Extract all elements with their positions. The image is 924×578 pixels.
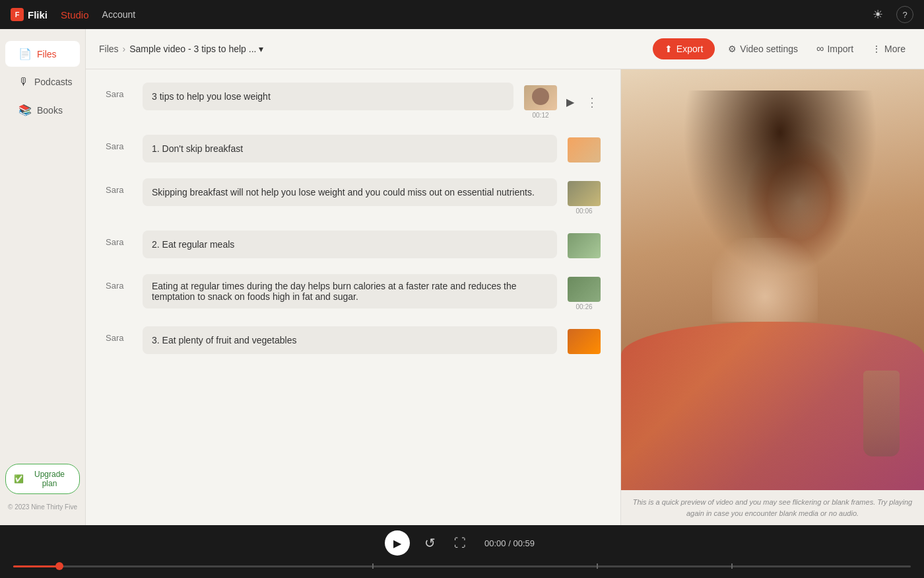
scene-time: 00:26	[568, 303, 601, 310]
toolbar-actions: ⬆ Export ⚙ Video settings ∞ Import ⋮ Mor…	[653, 38, 911, 59]
breadcrumb-separator: ›	[123, 44, 126, 54]
sidebar-item-files[interactable]: 📄 Files	[5, 41, 80, 67]
preview-caption: This is a quick preview of video and you…	[621, 490, 924, 525]
breadcrumb-bar: Files › Sample video - 3 tips to help ..…	[86, 29, 924, 69]
sidebar-item-label: Files	[37, 49, 57, 59]
scene-time: 00:06	[568, 207, 601, 215]
play-icon: ▶	[393, 537, 401, 550]
replay-icon: ↺	[424, 535, 436, 551]
content-area: Files › Sample video - 3 tips to help ..…	[86, 29, 924, 525]
play-pause-button[interactable]: ▶	[385, 530, 410, 556]
player-bar: ▶ ↺ ⛶ 00:00 / 00:59	[0, 525, 924, 578]
more-dots-icon: ⋮	[872, 44, 881, 54]
export-icon: ⬆	[665, 44, 673, 54]
fullscreen-button[interactable]: ⛶	[449, 532, 471, 554]
files-icon: 📄	[18, 48, 32, 60]
scene-thumbnail[interactable]	[568, 137, 601, 163]
sidebar-item-label: Podcasts	[34, 77, 73, 87]
nav-studio[interactable]: Studio	[61, 9, 89, 20]
table-row: Sara 2. Eat regular meals	[106, 231, 601, 258]
speaker-name: Sara	[106, 178, 132, 195]
speaker-name: Sara	[106, 135, 132, 151]
import-button[interactable]: ∞ Import	[811, 39, 859, 59]
video-settings-button[interactable]: ⚙ Video settings	[723, 40, 803, 58]
sidebar-item-books[interactable]: 📚 Books	[5, 97, 80, 123]
split-pane: Sara 3 tips to help you lose weight 00:1…	[86, 69, 924, 525]
script-text[interactable]: Skipping breakfast will not help you los…	[143, 178, 557, 206]
fullscreen-icon: ⛶	[454, 536, 466, 550]
dropdown-icon: ▾	[259, 44, 263, 54]
script-text[interactable]: 3. Eat plenty of fruit and vegetables	[143, 326, 557, 354]
scene-thumbnail[interactable]	[568, 181, 601, 206]
timeline[interactable]	[0, 560, 924, 573]
more-button[interactable]: ⋮ More	[867, 40, 911, 58]
play-scene-button[interactable]: ▶	[561, 93, 579, 112]
app-logo[interactable]: F Fliki	[11, 8, 48, 21]
breadcrumb-root[interactable]: Files	[99, 44, 119, 54]
script-panel: Sara 3 tips to help you lose weight 00:1…	[86, 69, 620, 525]
scene-thumbnail[interactable]	[568, 277, 601, 302]
script-text[interactable]: 3 tips to help you lose weight	[143, 83, 513, 110]
row-more-button[interactable]: ⋮	[583, 92, 601, 112]
nav-account[interactable]: Account	[102, 9, 136, 20]
theme-toggle-icon[interactable]: ☀	[873, 7, 883, 22]
books-icon: 📚	[18, 104, 32, 116]
main-layout: 📄 Files 🎙 Podcasts 📚 Books ✅ Upgrade pla…	[0, 29, 924, 525]
import-icon: ∞	[816, 43, 824, 55]
settings-icon: ⚙	[728, 44, 737, 54]
timeline-playhead[interactable]	[55, 562, 63, 570]
speaker-name: Sara	[106, 326, 132, 343]
timeline-marker	[731, 563, 733, 569]
script-text[interactable]: 2. Eat regular meals	[143, 231, 557, 258]
sidebar-item-podcasts[interactable]: 🎙 Podcasts	[5, 69, 80, 94]
preview-panel: This is a quick preview of video and you…	[620, 69, 924, 525]
scene-thumbnail[interactable]	[524, 85, 557, 110]
sidebar: 📄 Files 🎙 Podcasts 📚 Books ✅ Upgrade pla…	[0, 29, 86, 525]
app-name: Fliki	[28, 9, 48, 20]
logo-icon: F	[11, 8, 24, 21]
script-text[interactable]: 1. Don't skip breakfast	[143, 135, 557, 163]
speaker-name: Sara	[106, 83, 132, 99]
table-row: Sara Skipping breakfast will not help yo…	[106, 178, 601, 215]
upgrade-plan-button[interactable]: ✅ Upgrade plan	[5, 464, 80, 494]
replay-button[interactable]: ↺	[419, 532, 440, 554]
time-display: 00:00 / 00:59	[480, 538, 539, 548]
help-icon[interactable]: ?	[896, 6, 913, 23]
timeline-marker	[372, 563, 374, 569]
top-navigation: F Fliki Studio Account ☀ ?	[0, 0, 924, 29]
sidebar-item-label: Books	[37, 105, 63, 116]
table-row: Sara Eating at regular times during the …	[106, 274, 601, 310]
breadcrumb-current[interactable]: Sample video - 3 tips to help ... ▾	[129, 44, 263, 54]
check-icon: ✅	[14, 474, 24, 484]
breadcrumb: Files › Sample video - 3 tips to help ..…	[99, 44, 263, 54]
video-preview	[621, 69, 924, 490]
scene-thumbnail[interactable]	[568, 233, 601, 258]
scene-time: 00:12	[524, 112, 557, 119]
timeline-track[interactable]	[13, 565, 911, 567]
table-row: Sara 3. Eat plenty of fruit and vegetabl…	[106, 326, 601, 354]
timeline-marker	[597, 563, 598, 569]
scene-thumbnail[interactable]	[568, 329, 601, 354]
table-row: Sara 3 tips to help you lose weight 00:1…	[106, 83, 601, 119]
speaker-name: Sara	[106, 274, 132, 291]
table-row: Sara 1. Don't skip breakfast	[106, 135, 601, 163]
player-controls: ▶ ↺ ⛶ 00:00 / 00:59	[385, 530, 539, 556]
export-button[interactable]: ⬆ Export	[653, 38, 715, 59]
podcasts-icon: 🎙	[18, 76, 29, 88]
copyright-text: © 2023 Nine Thirty Five	[0, 499, 85, 515]
speaker-name: Sara	[106, 231, 132, 247]
timeline-progress	[13, 565, 58, 567]
script-text[interactable]: Eating at regular times during the day h…	[143, 274, 557, 308]
